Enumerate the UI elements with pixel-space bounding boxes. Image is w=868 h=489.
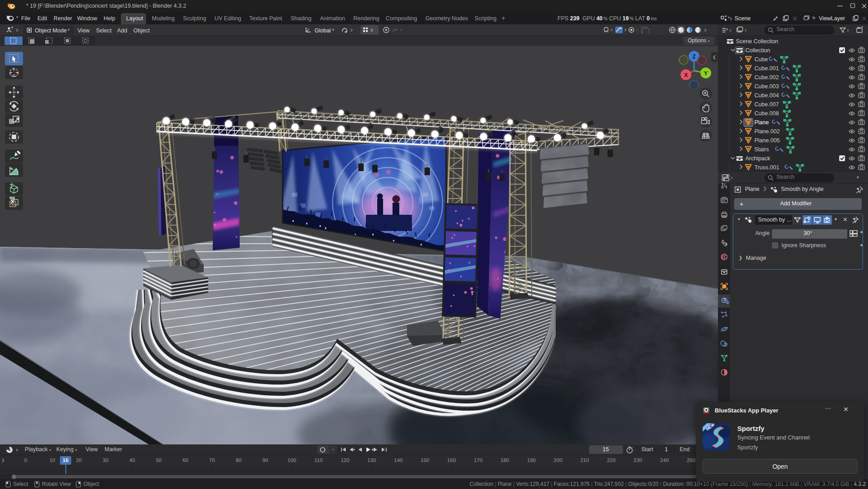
svg-text:Z: Z	[692, 53, 696, 60]
svg-text:Y: Y	[704, 70, 708, 77]
svg-text:X: X	[684, 72, 688, 78]
